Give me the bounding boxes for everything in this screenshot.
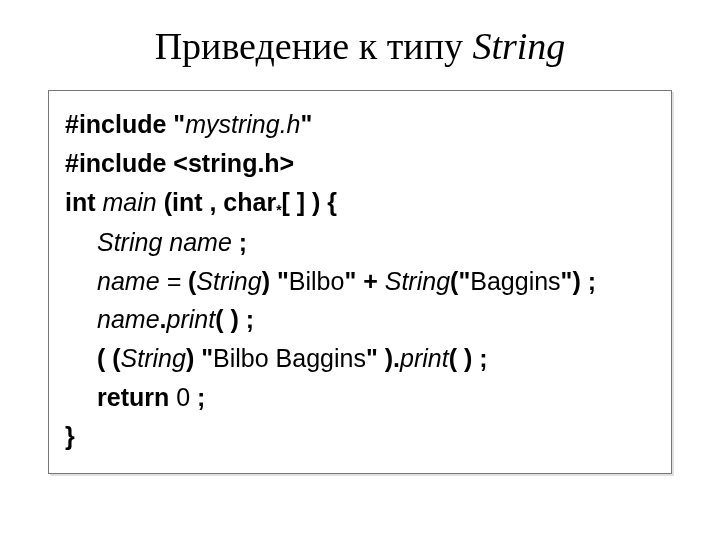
code-text: #include " bbox=[65, 110, 185, 138]
code-text: [ ] ) { bbox=[282, 188, 338, 216]
code-text: mystring.h bbox=[185, 110, 300, 138]
code-box: #include "mystring.h" #include <string.h… bbox=[48, 90, 672, 474]
code-line-1: #include "mystring.h" bbox=[65, 105, 655, 144]
code-text: " + bbox=[344, 267, 384, 295]
code-text: " ). bbox=[366, 344, 400, 372]
code-text: (int , char bbox=[157, 188, 276, 216]
code-text: ) " bbox=[186, 344, 213, 372]
code-text: ; bbox=[232, 228, 247, 256]
code-text: String bbox=[196, 267, 261, 295]
code-text: Bilbo bbox=[289, 267, 345, 295]
code-text: . bbox=[160, 305, 167, 333]
code-text: return bbox=[97, 383, 176, 411]
code-text: ( ) ; bbox=[215, 305, 254, 333]
code-text: #include <string.h> bbox=[65, 149, 294, 177]
code-line-9: } bbox=[65, 417, 655, 456]
code-text: ) " bbox=[262, 267, 289, 295]
code-text: ( ( bbox=[97, 344, 121, 372]
code-text: print bbox=[167, 305, 216, 333]
code-text: name bbox=[97, 305, 160, 333]
code-text: ") ; bbox=[561, 267, 596, 295]
code-text: main bbox=[103, 188, 157, 216]
code-line-8: return 0 ; bbox=[65, 378, 655, 417]
code-text: 0 bbox=[176, 383, 190, 411]
code-text: name = bbox=[97, 267, 188, 295]
code-text: Baggins bbox=[470, 267, 560, 295]
code-text: " bbox=[301, 110, 313, 138]
code-line-6: name.print( ) ; bbox=[65, 300, 655, 339]
slide-title: Приведение к типу String bbox=[48, 24, 672, 68]
code-text: int bbox=[65, 188, 103, 216]
code-text: print bbox=[400, 344, 449, 372]
code-line-2: #include <string.h> bbox=[65, 144, 655, 183]
slide: Приведение к типу String #include "mystr… bbox=[0, 0, 720, 540]
code-text: String name bbox=[97, 228, 232, 256]
code-line-4: String name ; bbox=[65, 223, 655, 262]
code-text: Bilbo Baggins bbox=[213, 344, 366, 372]
code-text: ; bbox=[190, 383, 205, 411]
code-text: String bbox=[385, 267, 450, 295]
code-text: (" bbox=[450, 267, 470, 295]
code-text: String bbox=[121, 344, 186, 372]
code-line-5: name = (String) "Bilbo" + String("Baggin… bbox=[65, 262, 655, 301]
code-text: * bbox=[276, 203, 281, 218]
code-text: ( ) ; bbox=[449, 344, 488, 372]
title-italic: String bbox=[472, 25, 565, 67]
code-text: } bbox=[65, 422, 75, 450]
title-prefix: Приведение к типу bbox=[155, 25, 473, 67]
code-line-3: int main (int , char*[ ] ) { bbox=[65, 183, 655, 223]
code-line-7: ( (String) "Bilbo Baggins" ).print( ) ; bbox=[65, 339, 655, 378]
